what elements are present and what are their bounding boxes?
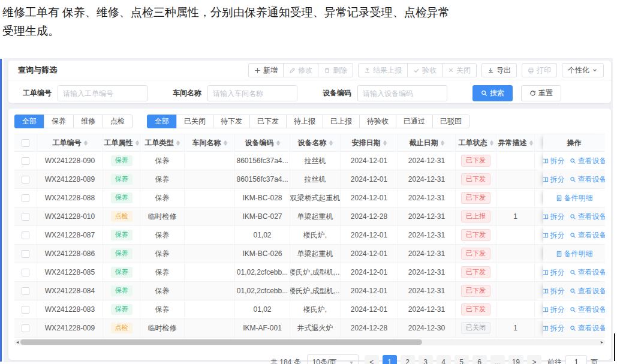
sort-icon[interactable] bbox=[329, 140, 333, 146]
col-order-no[interactable]: 工单编号 bbox=[37, 134, 103, 151]
tab-status-to-issue[interactable]: 待下发 bbox=[213, 115, 250, 128]
close-order-button[interactable]: 关闭 bbox=[442, 63, 477, 77]
tab-status-reported[interactable]: 已上报 bbox=[323, 115, 360, 128]
select-all-checkbox[interactable] bbox=[22, 139, 29, 147]
cell-status: 已下发 bbox=[456, 245, 496, 263]
horizontal-scrollbar[interactable]: ◂ ▸ bbox=[14, 339, 605, 345]
cell-actions: 拆分查看设备 bbox=[543, 282, 605, 300]
tab-attr-baoyang[interactable]: 保养 bbox=[44, 115, 74, 128]
tab-status-to-accept[interactable]: 待验收 bbox=[359, 115, 396, 128]
result-report-button[interactable]: 结果上报 bbox=[358, 63, 408, 77]
tab-status-rejected[interactable]: 已驳回 bbox=[432, 115, 469, 128]
col-attr[interactable]: 工单属性 bbox=[103, 134, 140, 151]
col-workshop[interactable]: 车间名称 bbox=[185, 134, 235, 151]
tab-attr-dianjian[interactable]: 点检 bbox=[103, 115, 133, 128]
sort-icon[interactable] bbox=[176, 140, 180, 146]
add-button[interactable]: 新增 bbox=[248, 63, 284, 77]
action-link[interactable]: 查看设备 bbox=[570, 267, 606, 278]
action-link[interactable]: 拆分 bbox=[543, 286, 565, 296]
order-no-input[interactable] bbox=[58, 85, 148, 101]
cell-actions: 备件明细 bbox=[543, 189, 605, 207]
action-link[interactable]: 查看设备 bbox=[570, 305, 606, 315]
action-link[interactable]: 拆分 bbox=[543, 175, 565, 185]
tab-status-passed[interactable]: 已通过 bbox=[396, 115, 433, 128]
col-abnormal[interactable]: 异常描述 bbox=[496, 134, 535, 151]
action-link[interactable]: 查看设备 bbox=[570, 323, 606, 333]
action-link[interactable]: 备件明细 bbox=[556, 249, 593, 259]
tab-status-to-report[interactable]: 待上报 bbox=[286, 115, 323, 128]
row-checkbox[interactable] bbox=[22, 250, 29, 258]
accept-button[interactable]: 验收 bbox=[407, 63, 443, 77]
page-button-2[interactable]: 2 bbox=[401, 355, 415, 364]
row-checkbox[interactable] bbox=[22, 157, 29, 165]
page-button-1[interactable]: 1 bbox=[383, 355, 397, 364]
row-checkbox[interactable] bbox=[22, 176, 29, 183]
action-link[interactable]: 拆分 bbox=[543, 323, 565, 333]
page-button-6[interactable]: 6 bbox=[472, 355, 487, 364]
sort-icon[interactable] bbox=[276, 140, 280, 146]
sort-icon[interactable] bbox=[529, 140, 533, 146]
page-ellipsis[interactable]: ... bbox=[490, 355, 505, 364]
print-button[interactable]: 打印 bbox=[522, 63, 557, 77]
cell-end-date: 2024-12-31 bbox=[398, 170, 456, 188]
edit-button[interactable]: 修改 bbox=[283, 63, 318, 77]
action-link[interactable]: 拆分 bbox=[543, 230, 565, 240]
action-link[interactable]: 拆分 bbox=[543, 156, 565, 166]
sort-icon[interactable] bbox=[224, 140, 227, 146]
tab-attr-all[interactable]: 全部 bbox=[14, 115, 44, 128]
page-button-3[interactable]: 3 bbox=[419, 355, 433, 364]
action-link[interactable]: 查看设备 bbox=[570, 212, 606, 222]
sort-icon[interactable] bbox=[441, 140, 444, 146]
col-end-date[interactable]: 截止日期 bbox=[398, 134, 456, 151]
cell-abnormal bbox=[496, 300, 535, 318]
goto-page-input[interactable] bbox=[565, 355, 587, 364]
col-type[interactable]: 工单类型 bbox=[140, 134, 185, 151]
action-link[interactable]: 拆分 bbox=[543, 212, 565, 222]
col-status[interactable]: 工单状态 bbox=[456, 134, 496, 151]
page-button-5[interactable]: 5 bbox=[455, 355, 469, 364]
cell-type: 临时检修 bbox=[140, 319, 185, 337]
tab-status-closed[interactable]: 已关闭 bbox=[176, 115, 213, 128]
page-size-select[interactable]: 10条/页▾ bbox=[307, 354, 359, 364]
next-page-button[interactable]: > bbox=[527, 355, 541, 364]
row-checkbox[interactable] bbox=[22, 324, 29, 332]
action-link[interactable]: 查看设备 bbox=[570, 230, 606, 240]
scroll-right-arrow[interactable]: ▸ bbox=[601, 340, 603, 345]
tab-status-issued[interactable]: 已下发 bbox=[249, 115, 287, 128]
personalize-button[interactable]: 个性化 bbox=[562, 63, 604, 77]
delete-button[interactable]: 删除 bbox=[318, 63, 353, 77]
col-start-date[interactable]: 安排日期 bbox=[341, 134, 398, 151]
col-device-name[interactable]: 设备名称 bbox=[290, 134, 341, 151]
action-link[interactable]: 查看设备 bbox=[570, 175, 606, 185]
col-device-code[interactable]: 设备编码 bbox=[235, 134, 290, 151]
row-checkbox[interactable] bbox=[22, 287, 29, 295]
page-button-4[interactable]: 4 bbox=[437, 355, 451, 364]
row-checkbox[interactable] bbox=[22, 231, 29, 239]
search-button[interactable]: 搜索 bbox=[472, 85, 513, 101]
sort-icon[interactable] bbox=[383, 140, 387, 146]
sort-icon[interactable] bbox=[490, 140, 493, 146]
tab-status-all[interactable]: 全部 bbox=[147, 115, 177, 128]
scrollbar-thumb[interactable] bbox=[20, 339, 422, 345]
workshop-name-input[interactable] bbox=[207, 85, 297, 101]
action-link[interactable]: 查看设备 bbox=[570, 286, 606, 296]
action-link[interactable]: 拆分 bbox=[543, 305, 565, 315]
action-link[interactable]: 拆分 bbox=[543, 267, 565, 278]
action-link[interactable]: 查看设备 bbox=[570, 156, 606, 166]
action-link[interactable]: 备件明细 bbox=[556, 193, 593, 203]
sort-icon[interactable] bbox=[136, 140, 139, 146]
attr-badge: 保养 bbox=[111, 248, 133, 258]
row-checkbox[interactable] bbox=[22, 194, 29, 202]
row-checkbox[interactable] bbox=[22, 213, 29, 221]
page-button-19[interactable]: 19 bbox=[508, 355, 523, 364]
reset-button[interactable]: 重置 bbox=[521, 85, 561, 101]
tab-attr-weixiu[interactable]: 维修 bbox=[73, 115, 103, 128]
cell-actions: 拆分查看设备 bbox=[543, 170, 605, 188]
sort-icon[interactable] bbox=[84, 140, 88, 146]
scroll-left-arrow[interactable]: ◂ bbox=[16, 340, 19, 345]
row-checkbox[interactable] bbox=[22, 306, 29, 314]
device-code-input[interactable] bbox=[357, 85, 447, 101]
row-checkbox[interactable] bbox=[22, 269, 29, 276]
export-button[interactable]: 导出 bbox=[481, 63, 517, 77]
prev-page-button[interactable]: < bbox=[365, 355, 379, 364]
